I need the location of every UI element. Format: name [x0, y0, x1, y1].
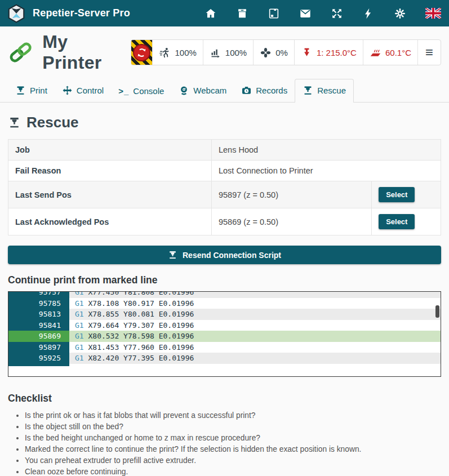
emergency-stop-button[interactable]: [131, 40, 152, 65]
checklist-item: Is the bed height unchanged or home to z…: [25, 433, 441, 444]
app-logo-icon: [7, 4, 26, 23]
printer-status-bar: 100% 100%: [131, 39, 441, 65]
tab-console[interactable]: >_ Console: [111, 81, 171, 102]
line-number: 95785: [8, 298, 69, 309]
printer-frame-icon[interactable]: [268, 7, 280, 20]
gcode-line[interactable]: 95953 G1 X83.430 Y76.903 E0.01996: [8, 364, 441, 367]
checklist-section: Checklist Is the print ok or has it fat …: [8, 393, 441, 476]
gcode-scrollbar-thumb[interactable]: [435, 305, 439, 318]
navbar-icons: [205, 7, 441, 20]
printer-menu-button[interactable]: ≡: [417, 40, 441, 65]
lightning-bolt-icon[interactable]: [362, 7, 375, 20]
checklist-item: Clean ooze before continuing.: [25, 466, 441, 476]
expand-arrows-icon[interactable]: [331, 7, 343, 20]
line-number: 95757: [8, 292, 69, 298]
line-code: G1 X79.664 Y79.307 E0.01996: [69, 320, 441, 331]
gcode-line[interactable]: 95757 G1 X77.450 Y81.808 E0.01996: [8, 292, 441, 298]
gcode-viewport: 95757 G1 X77.450 Y81.808 E0.01996 95785 …: [8, 292, 441, 366]
archive-box-icon[interactable]: [236, 7, 248, 20]
mail-icon[interactable]: [299, 7, 312, 20]
row-value: Lost Connection to Printer: [211, 161, 441, 181]
tab-rescue-label: Rescue: [317, 86, 346, 95]
gcode-line[interactable]: 95813 G1 X78.855 Y80.081 E0.01996: [8, 309, 441, 320]
flow-indicator[interactable]: 100%: [203, 40, 253, 65]
row-label: Last Acknowledged Pos: [8, 208, 212, 235]
tab-webcam-label: Webcam: [193, 86, 226, 95]
extruder-temp-indicator[interactable]: 1: 215.0°C: [294, 40, 363, 65]
extruder-temp-value: 1: 215.0°C: [317, 48, 357, 57]
console-prompt-icon: >_: [118, 86, 129, 96]
gcode-list: 95757 G1 X77.450 Y81.808 E0.01996 95785 …: [8, 292, 441, 366]
gcode-line-selected[interactable]: 95869 G1 X80.532 Y78.598 E0.01996: [8, 331, 441, 342]
printer-tabbar: Print Control >_ Console Webcam Records: [0, 77, 449, 103]
table-row-last-acknowledged-pos: Last Acknowledged Pos 95869 (z = 0.50) S…: [8, 208, 441, 235]
printer-name: My Printer: [42, 32, 131, 73]
emergency-stop-icon: [133, 44, 150, 61]
tab-rescue[interactable]: Rescue: [295, 79, 354, 103]
tab-control[interactable]: Control: [55, 79, 111, 102]
line-number: 95953: [8, 364, 69, 367]
line-code: G1 X83.430 Y76.903 E0.01996: [69, 364, 441, 367]
top-navbar: Repetier-Server Pro: [0, 0, 449, 26]
line-number: 95813: [8, 309, 69, 320]
print-nozzle-icon: [15, 85, 26, 96]
gcode-line[interactable]: 95897 G1 X81.453 Y77.960 E0.01996: [8, 342, 441, 353]
row-action-cell: Select: [372, 208, 441, 235]
line-code: G1 X78.108 Y80.917 E0.01996: [69, 298, 441, 309]
table-row-job: Job Lens Hood: [8, 140, 441, 161]
table-row-fail-reason: Fail Reason Lost Connection to Printer: [8, 161, 441, 181]
row-value: 95897 (z = 0.50): [211, 181, 371, 208]
bed-temp-indicator[interactable]: 60.1°C: [363, 40, 417, 65]
line-code: G1 X82.420 Y77.395 E0.01996: [69, 353, 441, 364]
tab-print[interactable]: Print: [8, 79, 55, 102]
rescue-heading-nozzle-icon: [8, 116, 21, 129]
tab-records-label: Records: [256, 86, 287, 95]
line-code: G1 X81.453 Y77.960 E0.01996: [69, 342, 441, 353]
control-arrows-icon: [62, 85, 73, 96]
gcode-line[interactable]: 95785 G1 X78.108 Y80.917 E0.01996: [8, 298, 441, 309]
tab-print-label: Print: [30, 86, 47, 95]
tab-control-label: Control: [77, 86, 104, 95]
tab-webcam[interactable]: Webcam: [171, 79, 234, 102]
records-camera-icon: [241, 85, 252, 96]
line-number: 95869: [8, 331, 69, 342]
fan-value: 0%: [275, 48, 288, 57]
row-label: Fail Reason: [8, 161, 212, 181]
line-number: 95925: [8, 353, 69, 364]
line-number: 95897: [8, 342, 69, 353]
main-content: Rescue Job Lens Hood Fail Reason Lost Co…: [0, 114, 449, 476]
home-icon[interactable]: [205, 7, 217, 20]
gear-icon[interactable]: [394, 7, 406, 20]
tab-records[interactable]: Records: [234, 79, 295, 102]
gcode-line-picker: 95757 G1 X77.450 Y81.808 E0.01996 95785 …: [8, 291, 441, 377]
table-row-last-send-pos: Last Send Pos 95897 (z = 0.50) Select: [8, 181, 441, 208]
checklist-heading: Checklist: [8, 393, 441, 404]
row-label: Job: [8, 140, 212, 161]
language-flag-icon[interactable]: [425, 8, 441, 19]
row-value: Lens Hood: [211, 140, 441, 161]
resend-connection-script-button[interactable]: Resend Connection Script: [8, 246, 441, 264]
gcode-line[interactable]: 95841 G1 X79.664 Y79.307 E0.01996: [8, 320, 441, 331]
rescue-heading: Rescue: [8, 114, 441, 131]
rescue-heading-text: Rescue: [26, 114, 79, 131]
select-last-send-pos-button[interactable]: Select: [379, 187, 415, 202]
fan-indicator[interactable]: 0%: [253, 40, 294, 65]
checklist-item: Is the object still on the bed?: [25, 421, 441, 433]
gcode-line[interactable]: 95925 G1 X82.420 Y77.395 E0.01996: [8, 353, 441, 364]
row-action-cell: Select: [372, 181, 441, 208]
hamburger-menu-icon: ≡: [425, 45, 433, 60]
flow-value: 100%: [225, 48, 247, 57]
continue-from-line-heading: Continue print from marked line: [8, 274, 441, 286]
select-last-acknowledged-pos-button[interactable]: Select: [379, 214, 415, 229]
printer-header: My Printer: [0, 26, 449, 77]
row-value: 95869 (z = 0.50): [211, 208, 371, 235]
checklist-item: Marked the correct line to continue the …: [25, 444, 441, 455]
checklist-item: You can preheat extruder to prefill acti…: [25, 455, 441, 466]
fan-icon: [260, 47, 272, 59]
bed-temp-value: 60.1°C: [385, 48, 411, 57]
rescue-info-table: Job Lens Hood Fail Reason Lost Connectio…: [8, 139, 441, 235]
line-number: 95841: [8, 320, 69, 331]
flow-bars-icon: [210, 47, 221, 59]
row-label: Last Send Pos: [8, 181, 212, 208]
speed-indicator[interactable]: 100%: [152, 40, 202, 65]
